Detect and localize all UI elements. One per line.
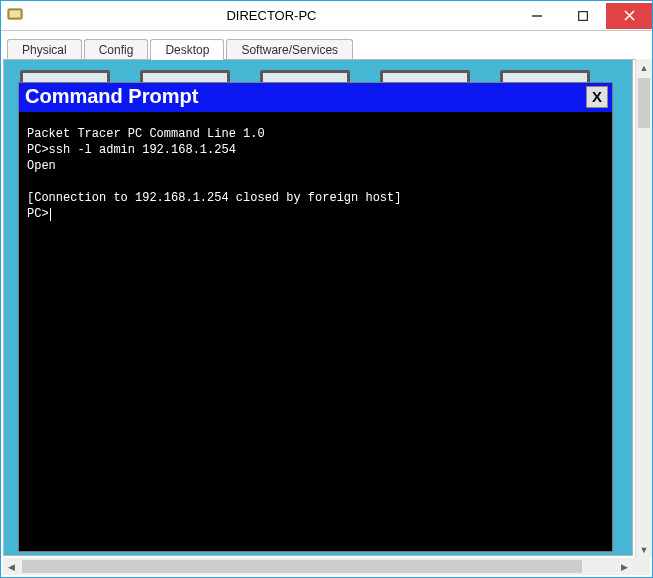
scroll-right-icon[interactable]: ▶ bbox=[616, 558, 633, 575]
scroll-track[interactable] bbox=[20, 558, 616, 575]
command-prompt-title: Command Prompt bbox=[25, 85, 198, 108]
window-title: DIRECTOR-PC bbox=[29, 8, 514, 23]
terminal-prompt: PC> bbox=[27, 207, 49, 221]
minimize-button[interactable] bbox=[514, 3, 560, 29]
command-prompt-close-button[interactable]: X bbox=[586, 86, 608, 108]
scroll-up-icon[interactable]: ▲ bbox=[636, 59, 652, 76]
tab-software-services[interactable]: Software/Services bbox=[226, 39, 353, 60]
terminal-line: [Connection to 192.168.1.254 closed by f… bbox=[27, 191, 401, 205]
desktop-surface: Command Prompt X Packet Tracer PC Comman… bbox=[3, 59, 633, 556]
scroll-thumb[interactable] bbox=[638, 78, 650, 128]
close-button[interactable] bbox=[606, 3, 652, 29]
scroll-thumb[interactable] bbox=[22, 560, 582, 573]
svg-rect-3 bbox=[579, 11, 588, 20]
window-controls bbox=[514, 3, 652, 29]
tab-config[interactable]: Config bbox=[84, 39, 149, 60]
scroll-track[interactable] bbox=[636, 76, 652, 541]
tab-physical[interactable]: Physical bbox=[7, 39, 82, 60]
terminal-line: Open bbox=[27, 159, 56, 173]
terminal-line: PC>ssh -l admin 192.168.1.254 bbox=[27, 143, 236, 157]
command-prompt-body[interactable]: Packet Tracer PC Command Line 1.0 PC>ssh… bbox=[19, 112, 612, 551]
app-icon bbox=[1, 6, 29, 25]
maximize-button[interactable] bbox=[560, 3, 606, 29]
content-area: Command Prompt X Packet Tracer PC Comman… bbox=[1, 59, 652, 558]
scroll-down-icon[interactable]: ▼ bbox=[636, 541, 652, 558]
svg-rect-1 bbox=[10, 11, 20, 17]
command-prompt-titlebar: Command Prompt X bbox=[19, 83, 612, 112]
terminal-line: Packet Tracer PC Command Line 1.0 bbox=[27, 127, 265, 141]
tab-desktop[interactable]: Desktop bbox=[150, 39, 224, 60]
command-prompt-window: Command Prompt X Packet Tracer PC Comman… bbox=[18, 82, 613, 552]
scroll-corner bbox=[633, 558, 650, 575]
vertical-scrollbar[interactable]: ▲ ▼ bbox=[635, 59, 652, 558]
scroll-left-icon[interactable]: ◀ bbox=[3, 558, 20, 575]
tab-bar: Physical Config Desktop Software/Service… bbox=[1, 31, 652, 59]
horizontal-scrollbar[interactable]: ◀ ▶ bbox=[3, 558, 650, 575]
titlebar: DIRECTOR-PC bbox=[1, 1, 652, 31]
cursor-icon bbox=[50, 208, 51, 221]
app-window: DIRECTOR-PC Physical Config Desktop Soft… bbox=[0, 0, 653, 578]
